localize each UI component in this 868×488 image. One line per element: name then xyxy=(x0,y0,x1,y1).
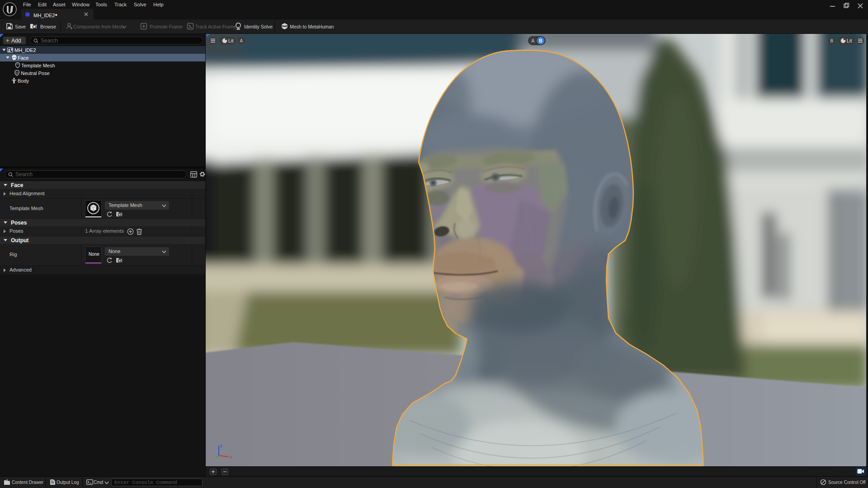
svg-text:x: x xyxy=(230,455,232,460)
svg-text:z: z xyxy=(220,443,222,448)
svg-text:B: B xyxy=(830,38,834,43)
svg-text:A: A xyxy=(532,38,535,43)
svg-text:Lit: Lit xyxy=(228,38,234,43)
svg-text:B: B xyxy=(539,38,542,43)
svg-text:Lit: Lit xyxy=(847,38,852,43)
svg-text:A: A xyxy=(240,38,243,43)
